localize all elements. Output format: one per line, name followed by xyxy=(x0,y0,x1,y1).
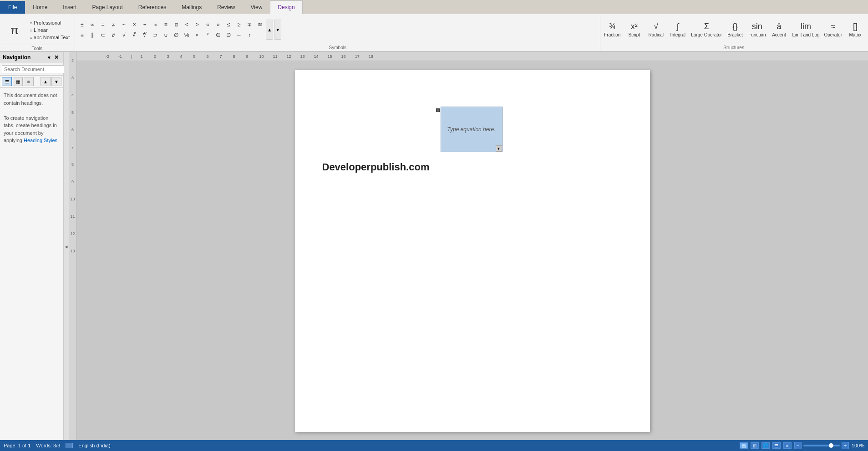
symbol-btn[interactable]: ∥ xyxy=(87,30,97,40)
struct-icon: ≈ xyxy=(831,22,835,31)
symbol-btn[interactable]: = xyxy=(98,20,108,30)
symbol-btn[interactable]: ° xyxy=(203,30,213,40)
document-area[interactable]: -2 -1 | 1 2 3 4 5 6 7 8 9 10 11 12 13 14… xyxy=(76,52,868,441)
symbol-btn[interactable]: < xyxy=(182,20,192,30)
option-normal-text[interactable]: ○ abc Normal Text xyxy=(28,34,71,41)
struct-label: Limit and Log xyxy=(792,32,819,37)
symbol-btn[interactable]: ≤ xyxy=(223,20,233,30)
symbol-btn[interactable]: ∓ xyxy=(244,20,254,30)
tab-file[interactable]: File xyxy=(0,1,25,14)
tab-references[interactable]: References xyxy=(131,1,174,14)
symbol-btn[interactable]: ∋ xyxy=(223,30,233,40)
symbol-btn[interactable]: ~ xyxy=(119,20,129,30)
symbol-btn[interactable]: ∜ xyxy=(140,30,150,40)
nav-next-btn[interactable]: ▼ xyxy=(51,77,61,86)
symbol-btn[interactable]: » xyxy=(213,20,223,30)
symbol-btn[interactable]: ∞ xyxy=(87,20,97,30)
symbol-btn[interactable]: × xyxy=(129,20,139,30)
symbols-group-label: Symbols xyxy=(77,44,598,50)
symbol-btn[interactable]: ± xyxy=(77,20,87,30)
symbol-btn[interactable]: √ xyxy=(119,30,129,40)
symbol-btn[interactable]: ∪ xyxy=(161,30,171,40)
zoom-out-btn[interactable]: − xyxy=(794,442,802,449)
structure-btn-script[interactable]: x²Script xyxy=(624,16,644,43)
tab-page-layout[interactable]: Page Layout xyxy=(84,1,130,14)
structure-btn-radical[interactable]: √Radical xyxy=(646,16,666,43)
symbol-btn[interactable]: ⊃ xyxy=(150,30,160,40)
layout-web-btn[interactable]: 🌐 xyxy=(761,442,770,449)
symbol-btn[interactable]: ∛ xyxy=(129,30,139,40)
symbol-btn[interactable]: ← xyxy=(234,30,244,40)
symbol-btn[interactable]: ≈ xyxy=(150,20,160,30)
nav-close-button[interactable]: ✕ xyxy=(52,54,61,61)
structure-btn-fraction[interactable]: ¾Fraction xyxy=(602,16,622,43)
symbol-btn[interactable]: ∈ xyxy=(213,30,223,40)
symbols-scroll-down[interactable]: ▼ xyxy=(274,20,281,40)
symbol-btn[interactable]: > xyxy=(192,20,202,30)
struct-icon: ä xyxy=(777,22,781,31)
layout-print-btn[interactable]: ▤ xyxy=(740,442,748,449)
symbol-btn[interactable]: ↑ xyxy=(244,30,254,40)
struct-label: Integral xyxy=(670,32,685,37)
layout-outline-btn[interactable]: ☰ xyxy=(772,442,781,449)
search-input[interactable] xyxy=(2,65,69,73)
navigation-hint: To create navigation tabs, create headin… xyxy=(4,114,60,144)
structure-btn-accent[interactable]: äAccent xyxy=(769,16,789,43)
layout-fullscreen-btn[interactable]: ⊞ xyxy=(751,442,759,449)
structure-btn-bracket[interactable]: {}Bracket xyxy=(725,16,745,43)
symbol-btn[interactable]: ≡ xyxy=(161,20,171,30)
struct-label: Large Operator xyxy=(691,32,722,37)
symbol-btn[interactable]: ≡ xyxy=(77,30,87,40)
symbol-btn[interactable]: ≠ xyxy=(108,20,118,30)
document-page[interactable]: Type equation here. ▼ Developerpublish.c… xyxy=(295,70,650,432)
radio-icon: ○ xyxy=(30,20,32,26)
equation-dropdown-btn[interactable]: ▼ xyxy=(496,145,502,152)
tab-mailings[interactable]: Mailings xyxy=(174,1,209,14)
symbol-btn[interactable]: « xyxy=(203,20,213,30)
equation-box[interactable]: Type equation here. ▼ xyxy=(441,107,503,152)
symbol-btn[interactable]: ∘ xyxy=(192,30,202,40)
status-left: Page: 1 of 1 Words: 3/3 English (India) xyxy=(4,443,111,448)
zoom-in-btn[interactable]: + xyxy=(842,442,849,449)
tab-home[interactable]: Home xyxy=(25,1,55,14)
symbol-btn[interactable]: ∂ xyxy=(108,30,118,40)
tab-view[interactable]: View xyxy=(243,1,270,14)
symbol-btn[interactable]: ⊂ xyxy=(98,30,108,40)
structure-btn-limit-and-log[interactable]: limLimit and Log xyxy=(791,16,821,43)
option-linear[interactable]: ○ Linear xyxy=(28,27,71,33)
symbol-btn[interactable]: ≥ xyxy=(234,20,244,30)
symbol-btn[interactable]: ∅ xyxy=(171,30,181,40)
nav-view-pages[interactable]: ▦ xyxy=(13,77,23,86)
structure-btn-integral[interactable]: ∫Integral xyxy=(668,16,688,43)
equation-drag-handle[interactable] xyxy=(436,108,440,112)
symbol-btn[interactable]: ÷ xyxy=(140,20,150,30)
tab-design[interactable]: Design xyxy=(270,0,302,14)
nav-view-results[interactable]: ≡ xyxy=(24,77,34,86)
zoom-thumb[interactable] xyxy=(829,443,833,448)
zoom-level[interactable]: 100% xyxy=(852,443,864,448)
struct-label: Accent xyxy=(772,32,786,37)
panel-toggle-btn[interactable]: ◄ xyxy=(64,52,69,441)
zoom-slider[interactable] xyxy=(803,445,840,446)
structure-btn-large-operator[interactable]: ΣLarge Operator xyxy=(690,16,723,43)
spell-check-icon[interactable] xyxy=(66,443,73,448)
structure-btn-function[interactable]: sinFunction xyxy=(747,16,767,43)
nav-dropdown-btn[interactable]: ▼ xyxy=(47,55,51,60)
symbol-btn[interactable]: α xyxy=(171,20,181,30)
heading-styles-link[interactable]: Heading Styles. xyxy=(24,138,59,143)
symbols-scroll-up[interactable]: ▲ xyxy=(266,20,273,40)
tab-insert[interactable]: Insert xyxy=(55,1,84,14)
nav-view-headings[interactable]: ☰ xyxy=(2,77,12,86)
tab-review[interactable]: Review xyxy=(209,1,243,14)
structure-btn-matrix[interactable]: []Matrix xyxy=(845,16,865,43)
equation-placeholder: Type equation here. xyxy=(446,124,497,134)
symbol-btn[interactable]: ≅ xyxy=(255,20,265,30)
layout-draft-btn[interactable]: ≡ xyxy=(783,442,792,449)
document-watermark: Developerpublish.com xyxy=(322,161,430,173)
radio-icon: ○ xyxy=(30,35,32,40)
structure-btn-operator[interactable]: ≈Operator xyxy=(823,16,843,43)
symbol-btn[interactable]: % xyxy=(182,30,192,40)
equation-button[interactable]: π xyxy=(3,16,26,44)
nav-prev-btn[interactable]: ▲ xyxy=(41,77,51,86)
option-professional[interactable]: ○ Professional xyxy=(28,20,71,26)
